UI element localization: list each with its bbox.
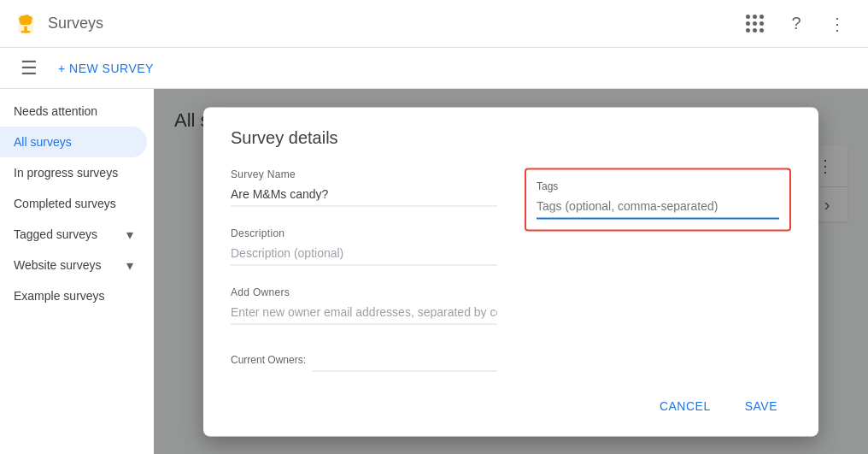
new-survey-button[interactable]: + NEW SURVEY (58, 62, 154, 75)
surveys-logo (14, 12, 38, 36)
chevron-down-icon: ▾ (126, 257, 133, 274)
sidebar-item-example[interactable]: Example surveys (0, 280, 147, 311)
sidebar-item-completed[interactable]: Completed surveys (0, 188, 147, 219)
sidebar: Needs attention All surveys In progress … (0, 89, 154, 454)
tags-label: Tags (537, 180, 779, 192)
content-area: All surveys run uled ⋮ ‹ › Survey detail… (154, 89, 868, 454)
chevron-down-icon: ▾ (126, 227, 133, 243)
help-icon-btn[interactable]: ? (779, 7, 813, 41)
sidebar-item-tagged[interactable]: Tagged surveys ▾ (0, 219, 147, 250)
top-bar: Surveys ? ⋮ (0, 0, 868, 48)
sidebar-item-website[interactable]: Website surveys ▾ (0, 250, 147, 280)
grid-icon-btn[interactable] (738, 7, 772, 41)
current-owners-input[interactable] (313, 348, 497, 371)
top-bar-actions: ? ⋮ (738, 7, 854, 41)
form-grid: Survey Name Description Add Owners Curre… (231, 168, 791, 371)
survey-name-field-group: Survey Name (231, 168, 497, 206)
sidebar-item-all-surveys[interactable]: All surveys (0, 127, 147, 157)
add-owners-label: Add Owners (231, 286, 497, 298)
more-icon: ⋮ (829, 14, 847, 34)
dialog-footer: CANCEL SAVE (231, 392, 791, 419)
description-input[interactable] (231, 242, 497, 265)
apps-grid-icon (746, 15, 765, 33)
current-owners-row: Current Owners: (231, 348, 497, 371)
form-left: Survey Name Description Add Owners Curre… (231, 168, 497, 371)
form-right: Tags (525, 168, 791, 371)
add-owners-input[interactable] (231, 301, 497, 324)
app-title: Surveys (48, 15, 728, 32)
description-field-group: Description (231, 227, 497, 265)
tags-input[interactable] (537, 195, 779, 219)
second-bar: ☰ + NEW SURVEY (0, 48, 868, 89)
survey-details-dialog: Survey details Survey Name Description A… (203, 107, 818, 436)
sidebar-item-needs-attention[interactable]: Needs attention (0, 96, 147, 127)
add-owners-field-group: Add Owners (231, 286, 497, 324)
cancel-button[interactable]: CANCEL (646, 392, 724, 419)
hamburger-menu-icon[interactable]: ☰ (14, 54, 44, 83)
sidebar-item-in-progress[interactable]: In progress surveys (0, 157, 147, 188)
help-icon: ? (791, 14, 801, 33)
more-options-icon-btn[interactable]: ⋮ (820, 7, 854, 41)
main-layout: Needs attention All surveys In progress … (0, 89, 868, 454)
survey-name-input[interactable] (231, 183, 497, 206)
dialog-title: Survey details (231, 127, 791, 147)
save-button[interactable]: SAVE (731, 392, 791, 419)
survey-name-label: Survey Name (231, 168, 497, 180)
description-label: Description (231, 227, 497, 239)
current-owners-label: Current Owners: (231, 354, 306, 366)
tags-container: Tags (525, 168, 791, 231)
